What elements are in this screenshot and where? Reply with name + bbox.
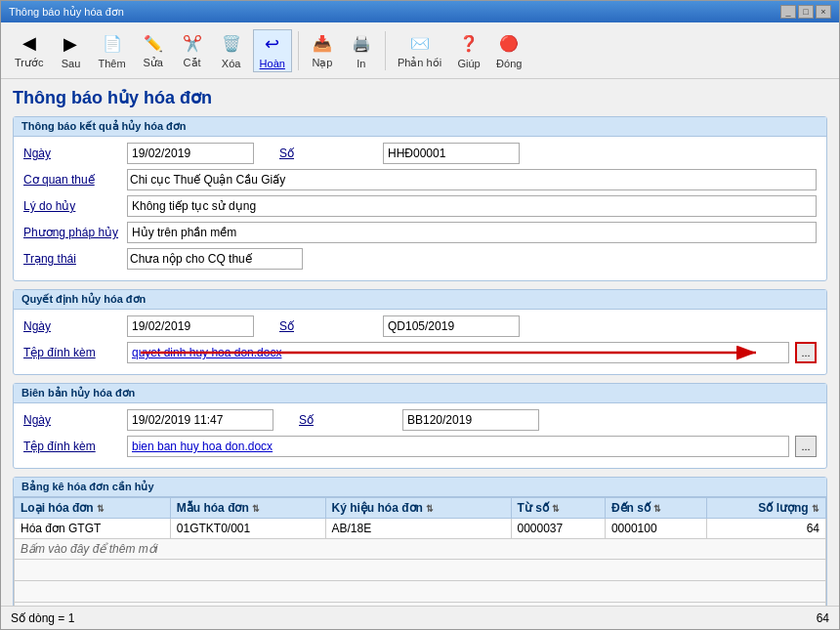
bienban-browse-button[interactable]: ... [795,436,817,457]
print-button[interactable]: 🖨️ In [344,30,379,71]
thongbao-so-input[interactable] [383,143,520,164]
toolbar: ◀ Trước ▶ Sau 📄 Thêm ✏️ Sửa ✂️ Cắt 🗑️ Xó… [1,22,839,79]
close-window-button[interactable]: × [816,5,831,19]
section-bienban: Biên bản hủy hóa đơn Ngày Số Tệp đính kè… [13,383,827,469]
main-window: Thông báo hủy hóa đơn _ □ × ◀ Trước ▶ Sa… [0,0,840,630]
cell-tuso: 0000037 [511,519,605,539]
thongbao-trangthai-select[interactable]: Chưa nộp cho CQ thuế Đã nộp cho CQ thuế [127,248,303,270]
edit-label: Sửa [143,57,162,69]
cut-label: Cắt [184,57,201,69]
cell-mau: 01GTKT0/001 [170,519,325,539]
sort-kyhieu-icon[interactable]: ⇅ [426,504,434,514]
cell-denso: 0000100 [605,519,706,539]
close-label: Đóng [496,58,522,69]
quyetdinh-ngay-wrap [127,315,254,337]
section-bangke: Bảng kê hóa đơn cần hủy Loại hóa đơn ⇅ M… [13,477,827,606]
thongbao-coquan-select[interactable]: Chi cục Thuế Quận Cầu Giấy [127,169,817,190]
print-label: In [357,58,365,69]
hoan-label: Hoàn [260,58,285,69]
thongbao-phuongphap-row: Phương pháp hủy [23,222,817,243]
bienban-tep-label[interactable]: Tệp đính kèm [23,440,121,453]
feedback-button[interactable]: ✉️ Phản hồi [392,29,447,71]
quyetdinh-browse-button[interactable]: ... [795,342,817,363]
thongbao-phuongphap-input[interactable] [127,222,817,243]
add-new-row[interactable]: Bấm vào đây để thêm mới [15,539,826,560]
quyetdinh-ngay-label[interactable]: Ngày [23,319,121,333]
status-bar: Số dòng = 1 64 [1,606,839,629]
close-icon: 🔴 [497,32,521,56]
sort-denso-icon[interactable]: ⇅ [653,504,661,514]
quyetdinh-ngay-input[interactable] [127,315,254,337]
close-button[interactable]: 🔴 Đóng [490,30,527,71]
forward-icon: ▶ [59,32,82,56]
page-title: Thông báo hủy hóa đơn [13,87,827,108]
hoan-button[interactable]: ↩ Hoàn [253,29,292,72]
thongbao-trangthai-wrap: Chưa nộp cho CQ thuế Đã nộp cho CQ thuế [127,248,303,270]
bienban-attach-area: bien ban huy hoa don.docx [127,436,789,457]
quyetdinh-so-label[interactable]: Số [279,319,377,333]
nap-label: Nạp [312,57,332,69]
bienban-attach-link[interactable]: bien ban huy hoa don.docx [132,440,273,453]
quyetdinh-attach-link[interactable]: quyet dinh huy hoa don.docx [132,346,281,359]
col-soluong: Số lượng ⇅ [706,498,825,519]
titlebar-controls: _ □ × [780,5,831,19]
help-label: Giúp [457,58,480,69]
add-button[interactable]: 📄 Thêm [92,30,131,71]
quyetdinh-so-input[interactable] [383,315,520,337]
bangke-table: Loại hóa đơn ⇅ Mẫu hóa đơn ⇅ Ký hiệu hóa… [14,497,826,606]
cut-icon: ✂️ [181,31,204,55]
cell-loai: Hóa đơn GTGT [15,519,171,539]
section-quyetdinh-body: Ngày Số Tệp đính kèm quyet dinh huy hoa … [14,310,826,374]
quyetdinh-tep-label[interactable]: Tệp đính kèm [23,346,121,359]
thongbao-so-label[interactable]: Số [279,147,377,160]
delete-button[interactable]: 🗑️ Xóa [214,30,249,71]
thongbao-ngay-input[interactable] [127,143,254,164]
edit-button[interactable]: ✏️ Sửa [136,29,171,71]
cell-soluong: 64 [706,519,825,539]
help-button[interactable]: ❓ Giúp [451,30,486,71]
section-thongbao-header: Thông báo kết quả hủy hóa đơn [14,117,826,137]
bienban-so-input[interactable] [402,409,539,431]
maximize-button[interactable]: □ [798,5,814,19]
section-quyetdinh: Quyết định hủy hóa đơn Ngày Số Tệp đính … [13,289,827,375]
bienban-ngay-wrap [127,409,273,431]
sort-loai-icon[interactable]: ⇅ [97,504,105,514]
titlebar-title: Thông báo hủy hóa đơn [9,6,124,19]
cell-kyhieu: AB/18E [325,519,511,539]
thongbao-ngay-label[interactable]: Ngày [23,147,121,160]
nap-icon: 📥 [311,31,334,55]
col-denso: Đến số ⇅ [605,498,706,519]
sort-tuso-icon[interactable]: ⇅ [552,504,560,514]
status-total: 64 [751,611,829,625]
empty-row-2 [15,581,826,603]
minimize-button[interactable]: _ [780,5,796,19]
bienban-ngay-input[interactable] [127,409,273,431]
thongbao-lydo-input[interactable] [127,195,817,217]
nap-button[interactable]: 📥 Nạp [305,29,340,71]
back-button[interactable]: ◀ Trước [9,29,49,71]
forward-button[interactable]: ▶ Sau [53,30,88,71]
forward-label: Sau [62,58,81,69]
sort-mau-icon[interactable]: ⇅ [252,504,260,514]
main-content: Thông báo hủy hóa đơn Thông báo kết quả … [1,79,839,606]
hoan-icon: ↩ [261,32,284,56]
bienban-ngay-label[interactable]: Ngày [23,413,121,427]
thongbao-phuongphap-label[interactable]: Phương pháp hủy [23,226,121,239]
table-row[interactable]: Hóa đơn GTGT 01GTKT0/001 AB/18E 0000037 … [15,519,826,539]
empty-row-1 [15,560,826,581]
thongbao-trangthai-label[interactable]: Trạng thái [23,252,121,266]
cut-button[interactable]: ✂️ Cắt [175,29,210,71]
section-thongbao-body: Ngày Số Cơ quan thuế Chi cục Thuế Quận C… [14,137,826,280]
thongbao-lydo-label[interactable]: Lý do hủy [23,199,121,213]
bienban-so-label[interactable]: Số [299,413,397,427]
edit-icon: ✏️ [142,31,165,55]
add-new-cell[interactable]: Bấm vào đây để thêm mới [15,539,826,560]
col-tuso: Từ số ⇅ [511,498,605,519]
sort-soluong-icon[interactable]: ⇅ [812,504,819,514]
add-icon: 📄 [101,32,124,56]
col-kyhieu: Ký hiệu hóa đơn ⇅ [325,498,511,519]
help-icon: ❓ [457,32,481,56]
back-label: Trước [15,57,43,69]
thongbao-ngay-row: Ngày Số [23,143,817,164]
thongbao-coquan-label[interactable]: Cơ quan thuế [23,173,121,187]
